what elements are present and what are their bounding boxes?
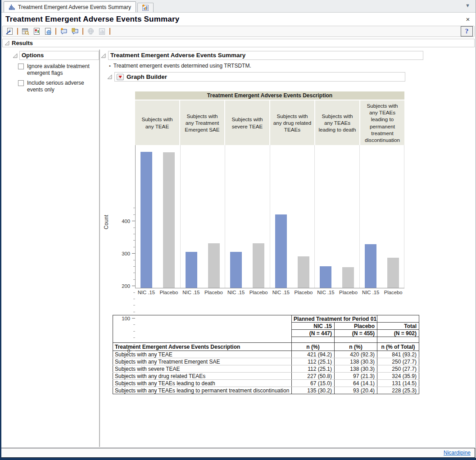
web-publish-icon: [86, 27, 95, 36]
data-table-button[interactable]: [20, 27, 31, 36]
x-tick-label: NIC .15: [181, 290, 201, 298]
panel-splitter[interactable]: [99, 50, 100, 447]
new-chart-icon: [141, 4, 150, 11]
script-journal-icon: [71, 27, 79, 36]
y-minor-tick: [133, 247, 135, 247]
tab-teae-summary[interactable]: Treatment Emergent Adverse Events Summar…: [4, 1, 136, 12]
row-value: 138 (30.3): [335, 358, 377, 365]
n-header: (N = 447): [292, 330, 335, 337]
status-bar: Nicardipine: [1, 448, 475, 458]
row-value: 97 (21.3): [335, 373, 377, 380]
y-minor-tick: [133, 234, 135, 234]
y-minor-tick: [133, 266, 135, 267]
spacer-cell: [292, 337, 335, 343]
web-publish-button: [85, 27, 96, 36]
y-major-tick: [132, 286, 135, 286]
row-label: Subjects with any TEAEs leading to death: [113, 380, 292, 387]
window-bottom-border: [0, 458, 476, 460]
toolbar-separator: [17, 28, 18, 35]
y-minor-tick: [133, 228, 135, 228]
x-tick-label: Placebo: [249, 290, 268, 298]
disclosure-triangle-icon[interactable]: [13, 53, 18, 58]
row-value: 112 (25.1): [292, 358, 335, 365]
new-script-window-button[interactable]: [58, 27, 69, 36]
x-tick-label: NIC .15: [316, 290, 336, 298]
chart-column-header: Subjects with any TEAE: [135, 100, 179, 145]
web-report-icon: [44, 27, 52, 36]
bar-placebo-5[interactable]: [342, 267, 354, 288]
y-axis: 0100200300400: [111, 208, 135, 351]
data-table-icon: [21, 27, 30, 36]
bar-placebo-6[interactable]: [387, 258, 399, 288]
y-minor-tick: [133, 305, 135, 305]
plot-area: 0100200300400: [135, 145, 404, 288]
disclosure-triangle-icon[interactable]: [5, 41, 9, 46]
x-tick-label: Placebo: [383, 290, 403, 298]
bar-nic15-5[interactable]: [320, 266, 331, 288]
bar-nic15-2[interactable]: [186, 252, 197, 288]
bar-placebo-3[interactable]: [253, 243, 264, 288]
help-button[interactable]: ?: [461, 26, 473, 36]
graph-tool-icon: [98, 27, 106, 36]
script-journal-button[interactable]: [69, 27, 81, 36]
options-title: Options: [19, 51, 99, 60]
x-tick-group: NIC .15Placebo: [359, 290, 404, 298]
chart-column-header: Subjects with severe TEAE: [225, 100, 269, 145]
row-label: Subjects with any Treatment Emergent SAE: [113, 358, 292, 365]
tab-new-graph[interactable]: [137, 3, 154, 12]
bar-placebo-1[interactable]: [163, 152, 175, 288]
x-tick-group: NIC .15Placebo: [315, 290, 360, 298]
y-minor-tick: [133, 292, 135, 293]
tab-label: Treatment Emergent Adverse Events Summar…: [18, 4, 131, 10]
summary-table: Planned Treatment for Period 01 NIC .15P…: [113, 315, 419, 394]
table-row: Planned Treatment for Period 01: [113, 315, 419, 323]
group-header: Total: [377, 323, 419, 330]
table-row: Subjects with any drug related TEAEs227 …: [113, 373, 419, 380]
row-value: 112 (25.1): [292, 365, 335, 373]
report-layout-button[interactable]: [31, 27, 42, 36]
close-icon[interactable]: ×: [464, 15, 471, 23]
disclosure-triangle-icon[interactable]: [101, 53, 106, 58]
bar-placebo-4[interactable]: [298, 256, 309, 288]
y-tick-label: 0: [127, 348, 130, 354]
report-layout-icon: [32, 27, 41, 36]
group-header: Placebo: [335, 323, 377, 330]
tab-overflow-caret-icon[interactable]: ▼: [465, 3, 470, 8]
table-row: Subjects with any TEAE421 (94.2)420 (92.…: [113, 351, 419, 358]
x-tick-label: NIC .15: [136, 290, 156, 298]
bar-nic15-6[interactable]: [365, 244, 376, 288]
x-tick-group: NIC .15Placebo: [225, 290, 270, 298]
row-value: 421 (94.2): [292, 351, 335, 358]
bar-nic15-1[interactable]: [141, 152, 152, 288]
option-row: Include serious adverse events only: [18, 80, 99, 93]
y-minor-tick: [133, 331, 135, 332]
x-axis: NIC .15PlaceboNIC .15PlaceboNIC .15Place…: [135, 290, 404, 298]
table-row: Subjects with severe TEAE112 (25.1)138 (…: [113, 365, 419, 373]
bar-placebo-2[interactable]: [208, 243, 220, 288]
toolbar-separator: [109, 28, 110, 35]
data-table-link[interactable]: Nicardipine: [444, 450, 471, 456]
chart-title: Treatment Emergent Adverse Events Descri…: [135, 91, 404, 100]
disclosure-triangle-icon[interactable]: [107, 74, 112, 79]
graph-tool-button: [96, 27, 108, 36]
table-row: Subjects with any TEAEs leading to perma…: [113, 387, 419, 394]
new-journal-button[interactable]: [4, 27, 15, 36]
row-label: Subjects with any TEAEs leading to perma…: [113, 387, 292, 394]
bar-nic15-3[interactable]: [230, 252, 242, 288]
row-value: 138 (30.3): [335, 365, 377, 373]
web-report-button[interactable]: [42, 27, 54, 36]
red-triangle-menu-button[interactable]: [117, 74, 124, 80]
toolbar-separator: [82, 28, 83, 35]
title-row: Treatment Emergent Adverse Events Summar…: [1, 13, 476, 25]
checkbox[interactable]: [18, 80, 24, 86]
bar-nic15-4[interactable]: [275, 214, 287, 288]
y-minor-tick: [133, 344, 135, 345]
window-left-border: [0, 0, 1, 460]
tab-bar: Treatment Emergent Adverse Events Summar…: [1, 0, 476, 13]
row-value: 250 (27.7): [377, 358, 419, 365]
section-title: Treatment Emergent Adverse Events Summar…: [108, 51, 423, 60]
checkbox[interactable]: [18, 64, 24, 69]
n-header: (N = 902): [377, 330, 419, 337]
chart-panel: [360, 145, 405, 288]
table-row: Subjects with any TEAEs leading to death…: [113, 380, 419, 387]
